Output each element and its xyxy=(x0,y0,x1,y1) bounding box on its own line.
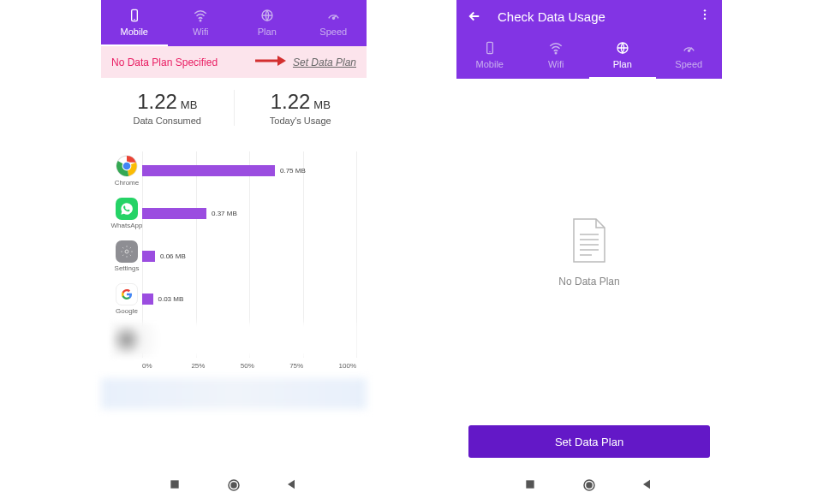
home-button[interactable] xyxy=(581,477,597,493)
tab-speed[interactable]: Speed xyxy=(301,0,367,46)
svg-point-2 xyxy=(200,20,202,21)
tab-mobile[interactable]: Mobile xyxy=(101,0,168,46)
arrow-annotation-icon xyxy=(255,55,286,69)
tab-label: Mobile xyxy=(121,27,148,37)
home-button[interactable] xyxy=(226,477,242,493)
tab-plan[interactable]: Plan xyxy=(589,33,656,79)
svg-point-24 xyxy=(688,50,689,51)
svg-point-5 xyxy=(332,17,334,19)
tab-label: Mobile xyxy=(476,59,504,69)
set-data-plan-link[interactable]: Set Data Plan xyxy=(293,56,356,68)
android-navbar xyxy=(456,466,722,504)
app-header: Check Data Usage xyxy=(456,0,722,33)
blurred-content xyxy=(111,323,356,357)
tab-speed[interactable]: Speed xyxy=(656,33,723,79)
recents-button[interactable] xyxy=(523,477,539,493)
tab-plan[interactable]: Plan xyxy=(234,0,301,46)
android-navbar xyxy=(101,466,367,504)
tab-label: Wifi xyxy=(548,59,564,69)
no-plan-notice: No Data Plan Specified Set Data Plan xyxy=(101,46,367,78)
notice-text: No Data Plan Specified xyxy=(111,56,218,68)
svg-point-21 xyxy=(556,52,558,54)
tab-label: Wifi xyxy=(193,27,208,37)
svg-point-16 xyxy=(704,9,706,11)
globe-icon xyxy=(259,8,275,23)
svg-point-17 xyxy=(704,13,706,15)
tab-label: Plan xyxy=(613,59,632,69)
usage-stats: 1.22MB Data Consumed 1.22MB Today's Usag… xyxy=(101,78,367,138)
wifi-icon xyxy=(548,40,564,56)
whatsapp-icon xyxy=(116,198,138,220)
stat-consumed: 1.22MB Data Consumed xyxy=(101,90,235,126)
usage-bar xyxy=(142,208,206,219)
svg-point-18 xyxy=(704,17,706,19)
tab-mobile[interactable]: Mobile xyxy=(456,33,523,79)
usage-bar xyxy=(142,294,153,305)
set-data-plan-button[interactable]: Set Data Plan xyxy=(468,425,710,458)
svg-marker-7 xyxy=(277,56,286,66)
wifi-icon xyxy=(193,8,208,23)
back-arrow-icon[interactable] xyxy=(467,9,482,24)
svg-point-32 xyxy=(587,483,592,488)
tab-wifi[interactable]: Wifi xyxy=(168,0,235,46)
chrome-icon xyxy=(116,155,138,177)
phone-icon xyxy=(482,40,498,56)
usage-bar xyxy=(142,251,155,262)
page-title: Check Data Usage xyxy=(498,9,605,24)
list-item[interactable]: Chrome 0.75 MB xyxy=(111,151,356,189)
tab-wifi[interactable]: Wifi xyxy=(523,33,590,79)
phone-icon xyxy=(127,8,142,23)
svg-point-15 xyxy=(231,483,236,488)
chart-axis: 0% 25% 50% 75% 100% xyxy=(142,362,356,370)
recents-button[interactable] xyxy=(168,477,183,493)
document-icon xyxy=(570,217,608,264)
phone-screen-mobile-tab: Mobile Wifi Plan Speed No Data Plan Spec… xyxy=(101,0,367,504)
phone-screen-plan-tab: Check Data Usage Mobile Wifi Plan xyxy=(456,0,722,504)
list-item[interactable]: WhatsApp 0.37 MB xyxy=(111,194,356,232)
top-tabs: Mobile Wifi Plan Speed xyxy=(456,33,722,79)
app-usage-chart: Chrome 0.75 MB WhatsApp 0.37 MB xyxy=(101,143,367,373)
globe-icon xyxy=(615,40,630,56)
empty-state-text: No Data Plan xyxy=(558,276,619,288)
svg-point-11 xyxy=(123,162,131,169)
list-item[interactable]: Google 0.03 MB xyxy=(111,280,356,317)
svg-point-12 xyxy=(125,250,128,253)
svg-rect-30 xyxy=(526,480,534,488)
empty-state: No Data Plan xyxy=(456,79,722,425)
gauge-icon xyxy=(681,40,696,56)
settings-icon xyxy=(116,240,138,263)
more-menu-icon[interactable] xyxy=(698,8,712,26)
usage-bar xyxy=(142,165,275,176)
google-icon xyxy=(116,283,138,305)
list-item[interactable]: Settings 0.06 MB xyxy=(111,237,356,275)
stat-today: 1.22MB Today's Usage xyxy=(235,90,367,126)
tab-label: Plan xyxy=(258,27,277,37)
svg-rect-13 xyxy=(170,480,178,488)
back-button[interactable] xyxy=(284,477,300,493)
gauge-icon xyxy=(325,8,341,23)
tab-label: Speed xyxy=(319,27,347,37)
blurred-content xyxy=(101,378,367,409)
top-tabs: Mobile Wifi Plan Speed xyxy=(101,0,367,46)
back-button[interactable] xyxy=(640,477,655,493)
tab-label: Speed xyxy=(675,59,702,69)
